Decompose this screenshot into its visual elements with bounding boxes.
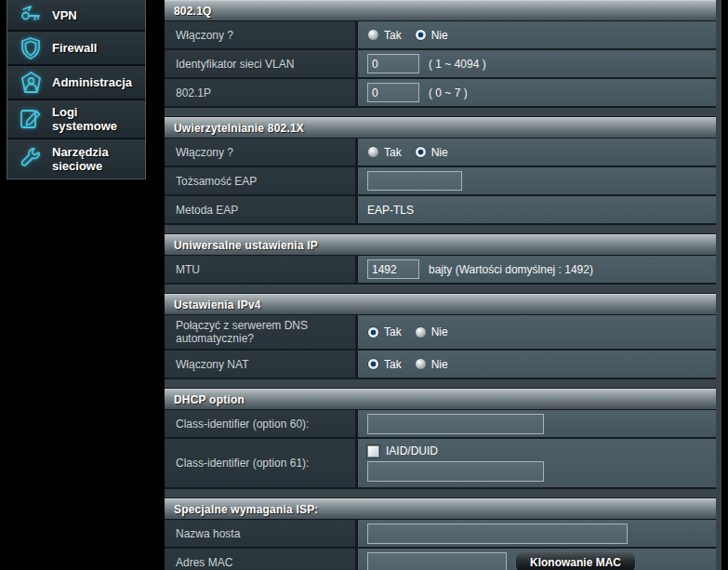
8021p-range-hint: ( 0 ~ 7 ) [429, 86, 468, 99]
sidebar-item-label: Firewall [52, 41, 97, 55]
row-value: IAID/DUID [358, 439, 716, 487]
eap-identity-input[interactable] [367, 171, 462, 191]
section-header-ipv4: Ustawienia IPv4 [165, 294, 716, 315]
vlan-id-range-hint: ( 1 ~ 4094 ) [429, 58, 486, 71]
vlan-id-input[interactable] [367, 54, 419, 73]
row-value: Tak Nie [358, 315, 716, 349]
radio-nie[interactable] [415, 29, 427, 41]
row-option60: Class-identifier (option 60): [165, 410, 716, 439]
sidebar-item-label: Logi systemowe [52, 105, 139, 133]
radio-nie[interactable] [415, 358, 427, 370]
radio-label-nie: Nie [431, 146, 448, 159]
network-tools-icon [17, 147, 45, 172]
section-header-dhcp-option: DHCP option [165, 389, 716, 410]
iaid-duid-checkbox[interactable] [367, 445, 379, 457]
section-gap [165, 225, 716, 234]
row-value: Tak Nie [358, 21, 716, 48]
row-label: Adres MAC [165, 549, 358, 570]
section-header-isp-requirements: Specjalne wymagania ISP: [165, 498, 716, 520]
row-label: Włączony ? [165, 139, 358, 166]
row-value: Tak Nie [358, 139, 716, 166]
vpn-icon [17, 3, 45, 28]
row-label: Nazwa hosta [165, 520, 358, 547]
row-label: Włączony ? [165, 21, 358, 48]
row-option61: Class-identifier (option 61): IAID/DUID [165, 439, 716, 489]
radio-nie[interactable] [415, 326, 427, 338]
row-value: EAP-TLS [358, 196, 716, 223]
row-value [358, 410, 716, 437]
row-mtu: MTU bajty (Wartości domyślnej : 1492) [165, 256, 716, 285]
row-eap-identity: Tożsamość EAP [165, 167, 716, 196]
radio-label-tak: Tak [384, 325, 402, 338]
option61-input[interactable] [367, 461, 544, 482]
section-gap [165, 108, 716, 117]
radio-tak[interactable] [367, 326, 379, 338]
radio-label-nie: Nie [431, 29, 448, 42]
system-log-icon [17, 107, 45, 132]
row-label: Metoda EAP [165, 196, 358, 223]
sidebar-item-narzedzia-sieciowe[interactable]: Narzędzia sieciowe [7, 139, 145, 179]
radio-tak[interactable] [367, 358, 379, 370]
shield-icon [17, 35, 45, 60]
settings-panel: 802.1Q Włączony ? Tak Nie Identyfikator … [165, 0, 716, 570]
sidebar-menu: VPN Firewall Administracja Logi sys [7, 0, 146, 179]
row-value [358, 520, 716, 547]
radio-label-nie: Nie [431, 325, 448, 338]
row-label: Class-identifier (option 60): [165, 410, 358, 437]
eap-method-value: EAP-TLS [367, 204, 414, 217]
radio-tak[interactable] [367, 146, 379, 158]
sidebar-item-label: Administracja [52, 75, 132, 89]
row-8021x-enabled: Włączony ? Tak Nie [165, 139, 716, 167]
row-value: ( 0 ~ 7 ) [358, 79, 716, 106]
radio-nie[interactable] [415, 146, 427, 158]
mtu-input[interactable] [367, 259, 419, 279]
admin-user-icon [17, 70, 45, 95]
row-label: 802.1P [165, 79, 358, 106]
option60-input[interactable] [367, 414, 544, 434]
row-hostname: Nazwa hosta [165, 520, 716, 549]
section-header-8021x: Uwierzytelnianie 802.1X [165, 117, 716, 139]
radio-label-nie: Nie [431, 358, 448, 371]
iaid-duid-option: IAID/DUID [367, 444, 438, 457]
sidebar-item-logi-systemowe[interactable]: Logi systemowe [7, 100, 145, 139]
row-dns-auto: Połączyć z serwerem DNS automatycznie? T… [165, 315, 716, 351]
row-value: ( 1 ~ 4094 ) [358, 50, 716, 77]
row-value [358, 167, 716, 194]
row-nat-enabled: Włączony NAT Tak Nie [165, 351, 716, 379]
row-label: MTU [165, 256, 358, 283]
sidebar-item-administracja[interactable]: Administracja [7, 66, 145, 100]
row-8021q-enabled: Włączony ? Tak Nie [165, 21, 716, 50]
row-8021p: 802.1P ( 0 ~ 7 ) [165, 79, 716, 108]
hostname-input[interactable] [367, 524, 628, 544]
row-mac-address: Adres MAC Klonowanie MAC [165, 549, 716, 570]
row-value: Tak Nie [358, 351, 716, 378]
section-gap [165, 379, 716, 389]
section-gap [165, 489, 716, 498]
mtu-hint: bajty (Wartości domyślnej : 1492) [429, 263, 593, 276]
sidebar-item-label: VPN [52, 8, 77, 22]
radio-label-tak: Tak [384, 29, 402, 42]
radio-label-tak: Tak [384, 146, 402, 159]
row-eap-method: Metoda EAP EAP-TLS [165, 196, 716, 225]
section-header-universal-ip: Uniwersalne ustawienia IP [165, 234, 716, 256]
mac-address-input[interactable] [367, 552, 507, 570]
8021p-input[interactable] [367, 83, 419, 102]
panel-right-edge [716, 0, 721, 570]
section-header-8021q: 802.1Q [165, 0, 716, 21]
row-label: Tożsamość EAP [165, 167, 358, 194]
row-label: Włączony NAT [165, 351, 358, 378]
clone-mac-button[interactable]: Klonowanie MAC [515, 551, 636, 570]
row-label: Identyfikator sieci VLAN [165, 50, 358, 77]
row-label: Połączyć z serwerem DNS automatycznie? [165, 315, 358, 349]
sidebar-item-vpn[interactable]: VPN [7, 0, 145, 32]
section-gap [165, 285, 716, 294]
row-value: bajty (Wartości domyślnej : 1492) [358, 256, 716, 283]
radio-label-tak: Tak [384, 358, 402, 371]
radio-tak[interactable] [367, 29, 379, 41]
sidebar-item-label: Narzędzia sieciowe [52, 145, 139, 173]
row-value: Klonowanie MAC [358, 549, 716, 570]
iaid-duid-label: IAID/DUID [386, 444, 438, 457]
sidebar-item-firewall[interactable]: Firewall [7, 32, 145, 66]
row-label: Class-identifier (option 61): [165, 439, 358, 487]
row-vlan-id: Identyfikator sieci VLAN ( 1 ~ 4094 ) [165, 50, 716, 79]
